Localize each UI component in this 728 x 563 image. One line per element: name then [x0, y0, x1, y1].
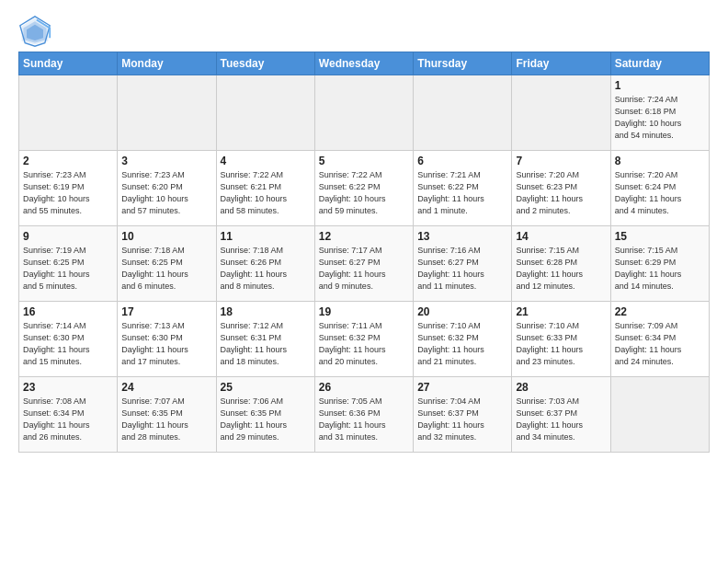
calendar-header: SundayMondayTuesdayWednesdayThursdayFrid…: [19, 52, 710, 75]
calendar-cell: 22Sunrise: 7:09 AM Sunset: 6:34 PM Dayli…: [610, 302, 709, 377]
logo-icon: [18, 15, 51, 48]
day-info: Sunrise: 7:12 AM Sunset: 6:31 PM Dayligh…: [221, 320, 311, 368]
calendar-cell: 2Sunrise: 7:23 AM Sunset: 6:19 PM Daylig…: [19, 151, 118, 226]
header-day-monday: Monday: [118, 52, 216, 75]
day-info: Sunrise: 7:11 AM Sunset: 6:32 PM Dayligh…: [319, 320, 409, 368]
header-day-thursday: Thursday: [414, 52, 512, 75]
week-row-2: 2Sunrise: 7:23 AM Sunset: 6:19 PM Daylig…: [19, 151, 710, 226]
day-number: 6: [417, 155, 507, 167]
calendar-cell: [216, 75, 314, 151]
calendar-cell: 1Sunrise: 7:24 AM Sunset: 6:18 PM Daylig…: [610, 75, 709, 151]
calendar-cell: 11Sunrise: 7:18 AM Sunset: 6:26 PM Dayli…: [216, 226, 314, 302]
day-info: Sunrise: 7:22 AM Sunset: 6:22 PM Dayligh…: [319, 169, 409, 217]
calendar-cell: 23Sunrise: 7:08 AM Sunset: 6:34 PM Dayli…: [19, 377, 118, 453]
day-info: Sunrise: 7:10 AM Sunset: 6:33 PM Dayligh…: [516, 320, 606, 368]
day-number: 24: [121, 381, 211, 394]
calendar-cell: 5Sunrise: 7:22 AM Sunset: 6:22 PM Daylig…: [314, 151, 413, 226]
calendar-cell: 3Sunrise: 7:23 AM Sunset: 6:20 PM Daylig…: [118, 151, 216, 226]
calendar-cell: 15Sunrise: 7:15 AM Sunset: 6:29 PM Dayli…: [610, 226, 709, 302]
day-number: 11: [221, 230, 311, 243]
calendar-cell: 26Sunrise: 7:05 AM Sunset: 6:36 PM Dayli…: [314, 377, 413, 453]
day-info: Sunrise: 7:18 AM Sunset: 6:26 PM Dayligh…: [221, 245, 311, 293]
calendar-cell: 21Sunrise: 7:10 AM Sunset: 6:33 PM Dayli…: [512, 302, 610, 377]
calendar-cell: [610, 377, 709, 453]
day-number: 10: [121, 230, 211, 243]
day-info: Sunrise: 7:24 AM Sunset: 6:18 PM Dayligh…: [615, 94, 705, 142]
calendar-cell: 16Sunrise: 7:14 AM Sunset: 6:30 PM Dayli…: [19, 302, 118, 377]
header-row: SundayMondayTuesdayWednesdayThursdayFrid…: [19, 52, 710, 75]
calendar-cell: 28Sunrise: 7:03 AM Sunset: 6:37 PM Dayli…: [512, 377, 610, 453]
day-number: 3: [121, 155, 211, 167]
day-info: Sunrise: 7:16 AM Sunset: 6:27 PM Dayligh…: [417, 245, 507, 293]
week-row-4: 16Sunrise: 7:14 AM Sunset: 6:30 PM Dayli…: [19, 302, 710, 377]
calendar-cell: 20Sunrise: 7:10 AM Sunset: 6:32 PM Dayli…: [414, 302, 512, 377]
calendar-page: SundayMondayTuesdayWednesdayThursdayFrid…: [0, 0, 728, 462]
calendar-cell: 27Sunrise: 7:04 AM Sunset: 6:37 PM Dayli…: [414, 377, 512, 453]
day-number: 13: [417, 230, 507, 243]
day-info: Sunrise: 7:13 AM Sunset: 6:30 PM Dayligh…: [121, 320, 211, 368]
header: [18, 15, 710, 48]
day-info: Sunrise: 7:18 AM Sunset: 6:25 PM Dayligh…: [121, 245, 211, 293]
calendar-cell: [414, 75, 512, 151]
calendar-table: SundayMondayTuesdayWednesdayThursdayFrid…: [18, 52, 710, 453]
day-info: Sunrise: 7:10 AM Sunset: 6:32 PM Dayligh…: [417, 320, 507, 368]
day-number: 19: [319, 305, 409, 318]
day-number: 17: [121, 305, 211, 318]
week-row-5: 23Sunrise: 7:08 AM Sunset: 6:34 PM Dayli…: [19, 377, 710, 453]
header-day-tuesday: Tuesday: [216, 52, 314, 75]
day-info: Sunrise: 7:23 AM Sunset: 6:20 PM Dayligh…: [121, 169, 211, 217]
day-info: Sunrise: 7:20 AM Sunset: 6:24 PM Dayligh…: [615, 169, 705, 217]
day-info: Sunrise: 7:09 AM Sunset: 6:34 PM Dayligh…: [615, 320, 705, 368]
day-info: Sunrise: 7:20 AM Sunset: 6:23 PM Dayligh…: [516, 169, 606, 217]
day-info: Sunrise: 7:15 AM Sunset: 6:28 PM Dayligh…: [516, 245, 606, 293]
logo: [18, 15, 55, 48]
day-number: 12: [319, 230, 409, 243]
calendar-cell: 18Sunrise: 7:12 AM Sunset: 6:31 PM Dayli…: [216, 302, 314, 377]
calendar-cell: 9Sunrise: 7:19 AM Sunset: 6:25 PM Daylig…: [19, 226, 118, 302]
day-number: 22: [615, 305, 705, 318]
day-info: Sunrise: 7:15 AM Sunset: 6:29 PM Dayligh…: [615, 245, 705, 293]
day-info: Sunrise: 7:06 AM Sunset: 6:35 PM Dayligh…: [221, 396, 311, 443]
calendar-cell: 13Sunrise: 7:16 AM Sunset: 6:27 PM Dayli…: [414, 226, 512, 302]
day-info: Sunrise: 7:03 AM Sunset: 6:37 PM Dayligh…: [516, 396, 606, 443]
day-number: 1: [615, 79, 705, 92]
calendar-cell: 8Sunrise: 7:20 AM Sunset: 6:24 PM Daylig…: [610, 151, 709, 226]
day-number: 23: [23, 381, 113, 394]
day-number: 8: [615, 155, 705, 167]
week-row-1: 1Sunrise: 7:24 AM Sunset: 6:18 PM Daylig…: [19, 75, 710, 151]
week-row-3: 9Sunrise: 7:19 AM Sunset: 6:25 PM Daylig…: [19, 226, 710, 302]
calendar-cell: 25Sunrise: 7:06 AM Sunset: 6:35 PM Dayli…: [216, 377, 314, 453]
calendar-cell: [512, 75, 610, 151]
day-info: Sunrise: 7:22 AM Sunset: 6:21 PM Dayligh…: [221, 169, 311, 217]
day-info: Sunrise: 7:14 AM Sunset: 6:30 PM Dayligh…: [23, 320, 113, 368]
day-number: 16: [23, 305, 113, 318]
header-day-saturday: Saturday: [610, 52, 709, 75]
calendar-cell: 19Sunrise: 7:11 AM Sunset: 6:32 PM Dayli…: [314, 302, 413, 377]
day-info: Sunrise: 7:07 AM Sunset: 6:35 PM Dayligh…: [121, 396, 211, 443]
day-number: 21: [516, 305, 606, 318]
day-number: 28: [516, 381, 606, 394]
calendar-cell: 12Sunrise: 7:17 AM Sunset: 6:27 PM Dayli…: [314, 226, 413, 302]
header-day-sunday: Sunday: [19, 52, 118, 75]
calendar-cell: [118, 75, 216, 151]
day-number: 18: [221, 305, 311, 318]
day-number: 26: [319, 381, 409, 394]
day-number: 25: [221, 381, 311, 394]
day-number: 27: [417, 381, 507, 394]
calendar-cell: 14Sunrise: 7:15 AM Sunset: 6:28 PM Dayli…: [512, 226, 610, 302]
day-number: 9: [23, 230, 113, 243]
calendar-cell: 24Sunrise: 7:07 AM Sunset: 6:35 PM Dayli…: [118, 377, 216, 453]
day-number: 20: [417, 305, 507, 318]
header-day-friday: Friday: [512, 52, 610, 75]
calendar-cell: [19, 75, 118, 151]
day-number: 14: [516, 230, 606, 243]
day-info: Sunrise: 7:23 AM Sunset: 6:19 PM Dayligh…: [23, 169, 113, 217]
day-info: Sunrise: 7:05 AM Sunset: 6:36 PM Dayligh…: [319, 396, 409, 443]
day-number: 5: [319, 155, 409, 167]
day-info: Sunrise: 7:04 AM Sunset: 6:37 PM Dayligh…: [417, 396, 507, 443]
day-info: Sunrise: 7:19 AM Sunset: 6:25 PM Dayligh…: [23, 245, 113, 293]
day-info: Sunrise: 7:17 AM Sunset: 6:27 PM Dayligh…: [319, 245, 409, 293]
day-number: 7: [516, 155, 606, 167]
day-number: 4: [221, 155, 311, 167]
day-info: Sunrise: 7:08 AM Sunset: 6:34 PM Dayligh…: [23, 396, 113, 443]
